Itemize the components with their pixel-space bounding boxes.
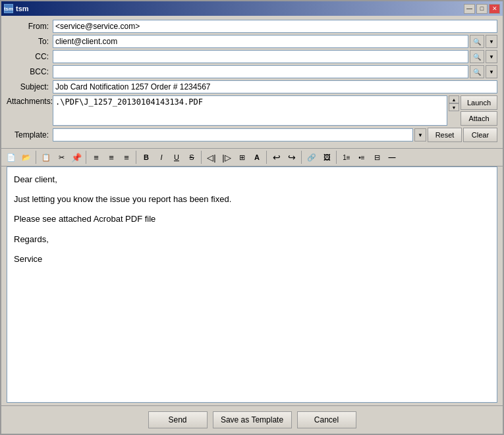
attachment-action-buttons: Launch Attach <box>461 95 497 126</box>
app-icon: tsm <box>4 4 13 13</box>
subject-input[interactable] <box>53 80 497 93</box>
email-line-5: Service <box>14 253 490 265</box>
toolbar-link-button[interactable]: 🔗 <box>304 150 319 165</box>
email-line-3: Please see attached Acrobat PDF file <box>14 213 490 225</box>
toolbar-redo-button[interactable]: ↪ <box>285 150 299 165</box>
maximize-button[interactable]: □ <box>476 4 488 14</box>
cc-row: CC: 🔍 ▼ <box>7 50 497 63</box>
to-input-group: 🔍 ▼ <box>53 35 497 48</box>
toolbar-sep-7 <box>336 151 337 164</box>
toolbar-indent-button[interactable]: |▷ <box>219 150 234 165</box>
toolbar-outdent-button[interactable]: ◁| <box>204 150 219 165</box>
toolbar-sep-4 <box>201 151 202 164</box>
minimize-button[interactable]: — <box>464 4 475 14</box>
from-row: From: <box>7 20 497 33</box>
cancel-button[interactable]: Cancel <box>297 411 356 428</box>
toolbar-ordered-list-button[interactable]: 1≡ <box>339 150 354 165</box>
title-controls: — □ ✕ <box>464 4 500 14</box>
toolbar-undo-button[interactable]: ↩ <box>269 150 284 165</box>
attachment-textarea-wrapper: .\PDF\J_1257_20130104143134.PDF <box>53 95 447 126</box>
template-input-group: ▼ Reset Clear <box>53 128 497 142</box>
email-line-1: Dear client, <box>14 174 490 186</box>
toolbar-strikethrough-button[interactable]: S <box>184 150 199 165</box>
bcc-input[interactable] <box>53 65 468 78</box>
bcc-search-button[interactable]: 🔍 <box>470 65 484 78</box>
attachments-row: Attachments: .\PDF\J_1257_20130104143134… <box>7 95 497 126</box>
toolbar-copy-format-button[interactable]: 📋 <box>39 150 53 165</box>
toolbar-underline-button[interactable]: U <box>169 150 184 165</box>
toolbar-hr-button[interactable]: — <box>385 150 399 165</box>
clear-button[interactable]: Clear <box>463 128 497 142</box>
to-row: To: 🔍 ▼ <box>7 35 497 48</box>
email-window: tsm tsm — □ ✕ From: To: 🔍 ▼ CC: <box>0 0 504 435</box>
email-line-2: Just letting you know the issue you repo… <box>14 193 490 205</box>
template-row: Template: ▼ Reset Clear <box>7 128 497 142</box>
toolbar-bold-button[interactable]: B <box>139 150 154 165</box>
close-button[interactable]: ✕ <box>489 4 500 14</box>
cc-input[interactable] <box>53 50 468 63</box>
bcc-row: BCC: 🔍 ▼ <box>7 65 497 78</box>
toolbar-font-button[interactable]: A <box>250 150 264 165</box>
template-input[interactable] <box>53 128 413 141</box>
toolbar-sep-3 <box>136 151 137 164</box>
toolbar-italic-button[interactable]: I <box>154 150 169 165</box>
toolbar-sep-5 <box>266 151 267 164</box>
cc-search-button[interactable]: 🔍 <box>470 50 484 63</box>
template-dropdown-button[interactable]: ▼ <box>414 128 426 141</box>
reset-button[interactable]: Reset <box>428 128 462 142</box>
toolbar-align-center-button[interactable]: ≡ <box>104 150 119 165</box>
toolbar-table-insert-button[interactable]: ⊞ <box>235 150 249 165</box>
toolbar-sep-1 <box>36 151 37 164</box>
subject-row: Subject: <box>7 80 497 93</box>
editor-toolbar: 📄 📂 📋 ✂ 📌 ≡ ≡ ≡ B I U S ◁| |▷ ⊞ A ↩ ↪ 🔗 … <box>1 148 503 166</box>
to-label: To: <box>7 37 53 46</box>
editor-wrapper: Dear client, Just letting you know the i… <box>1 166 503 403</box>
attachments-label: Attachments: <box>7 95 53 106</box>
toolbar-open-button[interactable]: 📂 <box>19 150 34 165</box>
to-search-button[interactable]: 🔍 <box>470 35 484 48</box>
toolbar-sep-2 <box>86 151 87 164</box>
title-bar-left: tsm tsm <box>4 4 29 13</box>
email-line-4: Regards, <box>14 234 490 245</box>
toolbar-sep-6 <box>301 151 302 164</box>
toolbar-align-left-button[interactable]: ≡ <box>89 150 103 165</box>
template-label: Template: <box>7 130 53 140</box>
form-area: From: To: 🔍 ▼ CC: 🔍 ▼ BCC: <box>1 16 503 148</box>
to-dropdown-button[interactable]: ▼ <box>486 35 497 48</box>
from-label: From: <box>7 22 53 31</box>
cc-dropdown-button[interactable]: ▼ <box>486 50 497 63</box>
editor-content: Dear client, Just letting you know the i… <box>14 174 490 265</box>
toolbar-align-right-button[interactable]: ≡ <box>119 150 134 165</box>
attachments-textarea[interactable]: .\PDF\J_1257_20130104143134.PDF <box>53 95 447 126</box>
attach-button[interactable]: Attach <box>461 111 497 126</box>
footer-area: Send Save as Template Cancel <box>1 405 503 434</box>
launch-button[interactable]: Launch <box>461 95 497 110</box>
bcc-label: BCC: <box>7 67 53 76</box>
attachment-scroll-down[interactable]: ▼ <box>449 103 459 111</box>
toolbar-unordered-list-button[interactable]: •≡ <box>354 150 369 165</box>
attachment-scroll-buttons: ▲ ▼ <box>449 95 459 126</box>
to-input[interactable] <box>53 35 468 48</box>
window-title: tsm <box>16 5 29 13</box>
cc-label: CC: <box>7 52 53 61</box>
toolbar-paste-button[interactable]: 📌 <box>69 150 84 165</box>
attachment-scroll-up[interactable]: ▲ <box>449 95 459 103</box>
cc-input-group: 🔍 ▼ <box>53 50 497 63</box>
toolbar-table-button[interactable]: ⊟ <box>370 150 384 165</box>
title-bar: tsm tsm — □ ✕ <box>1 1 503 16</box>
toolbar-image-button[interactable]: 🖼 <box>320 150 334 165</box>
email-editor[interactable]: Dear client, Just letting you know the i… <box>7 166 497 403</box>
attachments-area: .\PDF\J_1257_20130104143134.PDF ▲ ▼ Laun… <box>53 95 497 126</box>
send-button[interactable]: Send <box>148 411 208 428</box>
bcc-dropdown-button[interactable]: ▼ <box>486 65 497 78</box>
bcc-input-group: 🔍 ▼ <box>53 65 497 78</box>
subject-label: Subject: <box>7 82 53 91</box>
save-as-template-button[interactable]: Save as Template <box>213 411 292 428</box>
from-input[interactable] <box>53 20 497 33</box>
toolbar-cut-button[interactable]: ✂ <box>54 150 69 165</box>
toolbar-new-button[interactable]: 📄 <box>4 150 18 165</box>
